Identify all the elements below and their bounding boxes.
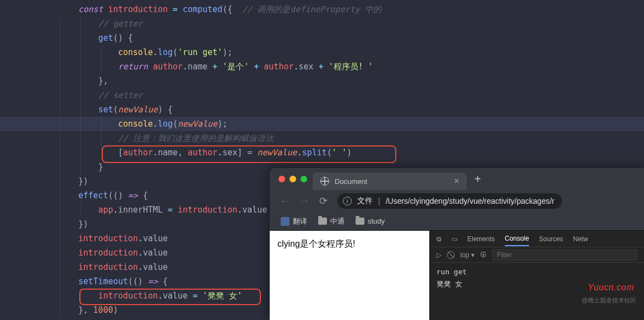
browser-address-bar: ← → ⟳ i 文件 | /Users/clyingdeng/study/vue… [270,190,644,212]
code-line: // 注意：我们这里使用的是解构赋值语法 [0,131,644,145]
devtools-tabs: ⧉ ▭ Elements Console Sources Netw [430,231,644,247]
bookmarks-bar: 翻译 中通 study [270,212,644,231]
inspect-icon[interactable]: ⧉ [436,235,441,243]
filter-input[interactable] [492,250,637,261]
folder-icon [356,218,364,225]
console-toolbar: ▷ top ▾ ⦿ [430,247,644,263]
bookmark-item[interactable]: 翻译 [281,216,307,226]
code-line: // setter [0,88,644,102]
close-tab-icon[interactable]: × [454,176,459,186]
code-line: // getter [0,17,644,31]
folder-icon [318,218,327,225]
globe-icon [320,177,329,186]
tab-console[interactable]: Console [505,235,529,246]
code-line: }, [0,74,644,88]
window-controls [279,176,307,182]
new-tab-button[interactable]: + [474,173,481,186]
bookmark-folder[interactable]: 中通 [318,216,345,226]
live-expression-icon[interactable]: ⦿ [480,251,487,259]
context-selector[interactable]: top ▾ [460,251,474,259]
browser-tab[interactable]: Document × [313,172,467,190]
bookmark-folder[interactable]: study [356,217,385,225]
info-icon: i [343,197,352,205]
device-icon[interactable]: ▭ [451,235,457,243]
back-button[interactable]: ← [280,196,290,207]
url-input[interactable]: i 文件 | /Users/clyingdeng/study/vue/react… [337,193,562,209]
watermark: @稀土掘金技术社区 [582,296,636,305]
tab-elements[interactable]: Elements [467,235,495,243]
forward-button[interactable]: → [299,196,309,207]
minimize-window-button[interactable] [290,176,296,182]
reload-button[interactable]: ⟳ [319,195,328,207]
watermark: Yuucn.com [588,283,634,292]
page-content: clying是个女程序员! [270,231,429,320]
browser-tabbar: Document × + [270,168,644,190]
url-scheme-label: 文件 [357,196,373,206]
code-line: return author.name + '是个' + author.sex +… [0,59,644,74]
bookmark-icon [281,217,290,226]
code-line: get() { [0,31,644,45]
code-line: console.log('run get'); [0,45,644,59]
code-line: console.log(newValue); [0,117,644,131]
code-line: [author.name, author.sex] = newValue.spl… [0,145,644,160]
console-line: run get [436,266,637,278]
tab-title: Document [335,177,367,186]
run-icon[interactable]: ▷ [436,251,441,259]
code-line: set(newValue) { [0,102,644,117]
tab-sources[interactable]: Sources [539,235,563,243]
url-path: /Users/clyingdeng/study/vue/reactivity/p… [386,197,555,205]
page-text: clying是个女程序员! [277,239,355,248]
close-window-button[interactable] [279,176,285,182]
tab-network[interactable]: Netw [573,235,588,243]
maximize-window-button[interactable] [301,176,307,182]
devtools-panel: ⧉ ▭ Elements Console Sources Netw ▷ top … [429,231,644,320]
code-line: const introduction = computed({ // 调用的是d… [0,2,644,17]
clear-console-icon[interactable] [447,251,455,259]
